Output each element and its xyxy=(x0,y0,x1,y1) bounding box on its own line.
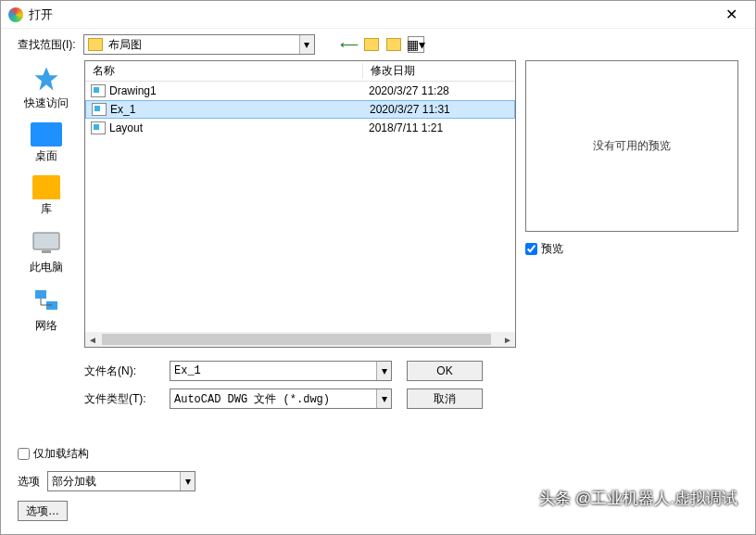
scroll-left-icon[interactable]: ◄ xyxy=(85,333,100,346)
file-icon xyxy=(91,121,106,134)
filename-input[interactable] xyxy=(170,362,376,380)
place-desktop[interactable]: 桌面 xyxy=(31,122,62,164)
file-date: 2018/7/11 1:21 xyxy=(369,121,510,134)
preview-checkbox[interactable]: 预览 xyxy=(525,241,563,257)
file-row[interactable]: Layout2018/7/11 1:21 xyxy=(85,119,515,137)
file-icon xyxy=(92,103,107,116)
file-row[interactable]: Ex_12020/3/27 11:31 xyxy=(85,100,515,119)
place-network[interactable]: 网络 xyxy=(30,287,63,334)
options-button[interactable]: 选项… xyxy=(18,501,68,521)
file-row[interactable]: Drawing12020/3/27 11:28 xyxy=(85,82,515,100)
filename-combo[interactable]: ▾ xyxy=(170,361,392,381)
chevron-down-icon[interactable]: ▾ xyxy=(376,389,391,408)
folder-icon xyxy=(88,38,103,51)
file-name: Layout xyxy=(109,121,369,134)
file-name: Ex_1 xyxy=(110,103,370,116)
close-button[interactable]: ✕ xyxy=(714,2,748,28)
view-menu-icon[interactable]: ▦▾ xyxy=(408,36,424,53)
chevron-down-icon[interactable]: ▾ xyxy=(376,362,391,380)
filetype-input[interactable] xyxy=(170,389,376,408)
new-folder-icon[interactable] xyxy=(385,36,402,53)
chevron-down-icon[interactable]: ▾ xyxy=(299,35,314,54)
quick-access-icon xyxy=(30,64,63,94)
back-icon[interactable]: ⟵ xyxy=(341,36,358,53)
preview-pane: 没有可用的预览 xyxy=(525,60,738,232)
file-list[interactable]: 名称 修改日期 Drawing12020/3/27 11:28Ex_12020/… xyxy=(84,60,516,348)
options-label: 选项 xyxy=(18,474,40,490)
library-icon xyxy=(32,175,60,199)
preview-empty-text: 没有可用的预览 xyxy=(593,138,671,154)
place-library[interactable]: 库 xyxy=(32,175,60,217)
column-name[interactable]: 名称 xyxy=(85,63,363,79)
network-icon xyxy=(30,287,63,316)
current-folder: 布局图 xyxy=(107,37,299,53)
filetype-combo[interactable]: ▾ xyxy=(170,389,392,409)
horizontal-scrollbar[interactable]: ◄ ► xyxy=(85,332,515,347)
lookin-dropdown[interactable]: 布局图 ▾ xyxy=(83,34,315,55)
file-date: 2020/3/27 11:28 xyxy=(369,84,510,97)
filetype-label: 文件类型(T): xyxy=(84,391,155,407)
lookin-label: 查找范围(I): xyxy=(18,37,76,53)
cancel-button[interactable]: 取消 xyxy=(407,389,483,409)
app-icon xyxy=(8,7,23,22)
scrollbar-thumb[interactable] xyxy=(102,334,491,345)
file-date: 2020/3/27 11:31 xyxy=(370,103,509,116)
svg-marker-0 xyxy=(35,68,58,91)
desktop-icon xyxy=(31,122,62,146)
file-name: Drawing1 xyxy=(109,84,369,97)
place-this-pc[interactable]: 此电脑 xyxy=(30,228,63,275)
up-folder-icon[interactable] xyxy=(363,36,380,53)
chevron-down-icon[interactable]: ▾ xyxy=(180,472,195,490)
file-icon xyxy=(91,84,106,97)
this-pc-icon xyxy=(30,228,63,258)
column-date[interactable]: 修改日期 xyxy=(363,63,515,79)
options-dropdown[interactable]: 部分加载 ▾ xyxy=(47,471,195,491)
svg-rect-2 xyxy=(42,250,51,253)
ok-button[interactable]: OK xyxy=(407,361,483,381)
dialog-title: 打开 xyxy=(29,6,714,23)
svg-rect-3 xyxy=(35,290,46,299)
svg-rect-1 xyxy=(33,233,59,249)
filename-label: 文件名(N): xyxy=(84,363,155,379)
place-quick-access[interactable]: 快速访问 xyxy=(24,64,69,111)
load-struct-checkbox[interactable]: 仅加载结构 xyxy=(18,446,738,462)
scroll-right-icon[interactable]: ► xyxy=(500,333,515,346)
